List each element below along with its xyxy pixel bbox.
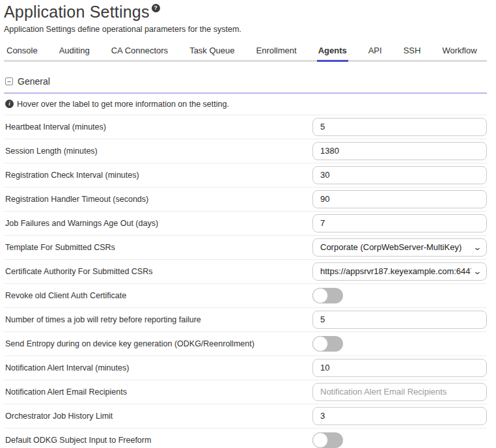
setting-label: Notification Alert Interval (minutes) [4, 363, 312, 372]
toggle-knob [312, 288, 328, 303]
toggle-knob [312, 432, 328, 448]
setting-select[interactable]: Corporate (CorpWebServer-MultiKey)⌄ [312, 238, 487, 257]
setting-control [312, 190, 487, 208]
setting-control [312, 166, 487, 184]
setting-control [312, 336, 487, 352]
setting-label: Orchestrator Job History Limit [4, 412, 312, 421]
settings-rows: Heartbeat Interval (minutes) Session Len… [4, 115, 487, 448]
setting-text-input[interactable] [312, 142, 487, 160]
settings-row: Number of times a job will retry before … [4, 308, 487, 332]
chevron-down-icon: ⌄ [473, 244, 482, 251]
setting-toggle[interactable] [312, 432, 343, 448]
setting-control [312, 288, 487, 303]
setting-control [312, 407, 487, 425]
setting-control [312, 311, 487, 329]
setting-toggle[interactable] [312, 336, 343, 352]
collapse-icon[interactable]: − [5, 77, 13, 85]
settings-row: Registration Check Interval (minutes) [4, 163, 487, 188]
chevron-down-icon: ⌄ [473, 268, 482, 275]
setting-label: Certificate Authority For Submitted CSRs [4, 267, 312, 276]
setting-text-input[interactable] [312, 166, 487, 184]
setting-text-input[interactable] [312, 407, 487, 425]
setting-text-input[interactable] [312, 118, 487, 136]
setting-select[interactable]: https://appsrvr187.keyexample.com:6447\C… [312, 262, 487, 281]
page-title: Application Settings? [4, 3, 487, 21]
settings-row: Job Failures and Warnings Age Out (days) [4, 212, 487, 236]
help-icon[interactable]: ? [152, 4, 160, 12]
setting-control [312, 383, 487, 401]
setting-control [312, 432, 487, 448]
setting-label: Default ODKG Subject Input to Freeform [4, 436, 312, 445]
settings-tabbar: ConsoleAuditingCA ConnectorsTask QueueEn… [4, 43, 487, 62]
setting-label: Registration Handler Timeout (seconds) [4, 195, 312, 204]
page-subtitle: Application Settings define operational … [4, 25, 487, 34]
setting-control: https://appsrvr187.keyexample.com:6447\C… [312, 262, 487, 281]
setting-label: Revoke old Client Auth Certificate [4, 291, 312, 300]
info-note: i Hover over the label to get more infor… [4, 94, 487, 115]
settings-row: Revoke old Client Auth Certificate [4, 284, 487, 308]
tab-auditing[interactable]: Auditing [58, 43, 91, 62]
settings-row: Default ODKG Subject Input to Freeform [4, 428, 487, 448]
setting-toggle[interactable] [312, 288, 343, 303]
setting-label: Number of times a job will retry before … [4, 315, 312, 324]
setting-text-input[interactable] [312, 383, 487, 401]
setting-control [312, 142, 487, 160]
tab-ca-connectors[interactable]: CA Connectors [110, 43, 169, 62]
settings-row: Registration Handler Timeout (seconds) [4, 188, 487, 212]
select-value: Corporate (CorpWebServer-MultiKey) [320, 242, 471, 252]
setting-control [312, 118, 487, 136]
setting-label: Session Length (minutes) [4, 147, 312, 156]
select-value: https://appsrvr187.keyexample.com:6447\C… [320, 266, 471, 276]
info-note-text: Hover over the label to get more informa… [17, 100, 229, 109]
toggle-knob [312, 336, 328, 352]
setting-control: Corporate (CorpWebServer-MultiKey)⌄ [312, 238, 487, 257]
settings-row: Orchestrator Job History Limit [4, 404, 487, 428]
setting-label: Heartbeat Interval (minutes) [4, 122, 312, 132]
setting-label: Registration Check Interval (minutes) [4, 171, 312, 180]
settings-row: Template For Submitted CSRs Corporate (C… [4, 236, 487, 260]
settings-row: Send Entropy during on device key genera… [4, 332, 487, 356]
tab-workflow[interactable]: Workflow [441, 43, 478, 62]
tab-ssh[interactable]: SSH [402, 43, 422, 62]
setting-label: Notification Alert Email Recipients [4, 387, 312, 397]
tab-api[interactable]: API [367, 43, 383, 62]
section-header-general[interactable]: − General [4, 76, 487, 94]
setting-text-input[interactable] [312, 311, 487, 329]
tab-enrollment[interactable]: Enrollment [255, 43, 298, 62]
application-settings-page: Application Settings? Application Settin… [0, 0, 496, 448]
page-title-text: Application Settings [4, 3, 150, 21]
setting-text-input[interactable] [312, 190, 487, 208]
tab-agents[interactable]: Agents [317, 43, 348, 62]
info-icon: i [5, 100, 14, 108]
settings-row: Heartbeat Interval (minutes) [4, 115, 487, 139]
setting-text-input[interactable] [312, 214, 487, 232]
settings-row: Certificate Authority For Submitted CSRs… [4, 260, 487, 284]
tab-console[interactable]: Console [5, 43, 39, 62]
setting-control [312, 214, 487, 232]
tab-task-queue[interactable]: Task Queue [188, 43, 236, 62]
setting-label: Job Failures and Warnings Age Out (days) [4, 219, 312, 228]
section-title: General [18, 76, 50, 87]
setting-label: Template For Submitted CSRs [4, 243, 312, 252]
settings-row: Session Length (minutes) [4, 139, 487, 163]
settings-row: Notification Alert Interval (minutes) [4, 356, 487, 380]
setting-control [312, 359, 487, 377]
setting-text-input[interactable] [312, 359, 487, 377]
settings-row: Notification Alert Email Recipients [4, 380, 487, 404]
setting-label: Send Entropy during on device key genera… [4, 339, 312, 348]
